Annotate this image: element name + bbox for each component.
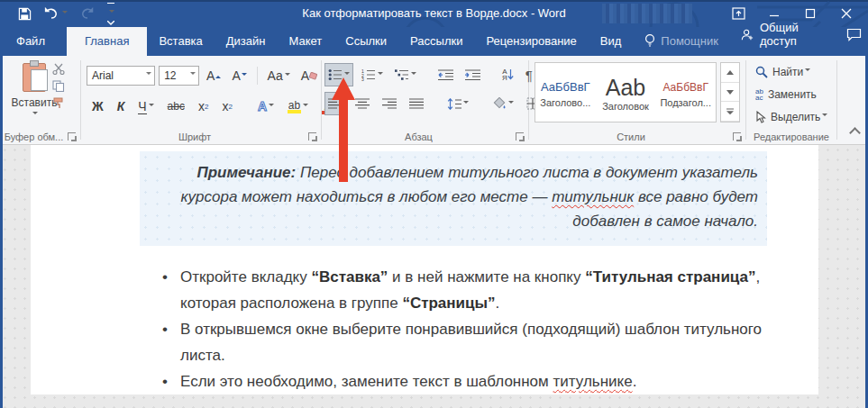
paste-clipboard-icon bbox=[23, 63, 46, 92]
tab-home[interactable]: Главная bbox=[67, 27, 147, 56]
tab-mailings[interactable]: Рассылки bbox=[398, 27, 474, 56]
decrease-indent-button[interactable] bbox=[434, 63, 457, 86]
bullet-marker: • bbox=[162, 316, 180, 368]
ribbon: Вставить bbox=[0, 56, 868, 145]
bulleted-list[interactable]: • Откройте вкладку “Вставка” и в ней наж… bbox=[162, 264, 808, 394]
cut-scissors-icon bbox=[52, 63, 65, 75]
style-name: Подзагол... bbox=[660, 97, 711, 108]
line-spacing-icon bbox=[447, 98, 461, 110]
copy-icon bbox=[52, 80, 65, 92]
ribbon-tab-bar: Файл Главная Вставка Дизайн Макет Ссылки… bbox=[0, 27, 868, 56]
multilevel-list-button[interactable] bbox=[391, 63, 420, 86]
find-button[interactable]: Найти bbox=[755, 60, 836, 83]
more-styles-icon bbox=[726, 108, 734, 115]
sort-button[interactable]: А Я bbox=[498, 63, 517, 86]
change-case-button[interactable]: Aa bbox=[264, 64, 294, 87]
comments-button[interactable] bbox=[839, 23, 868, 47]
undo-button[interactable] bbox=[44, 4, 68, 23]
multilevel-list-icon bbox=[395, 68, 409, 81]
tab-view[interactable]: Вид bbox=[589, 27, 634, 56]
styles-dialog-launcher[interactable] bbox=[733, 132, 741, 141]
tab-file[interactable]: Файл bbox=[0, 27, 61, 56]
annotation-arrow-to-bullets bbox=[329, 76, 360, 184]
styles-scroll-up[interactable] bbox=[721, 63, 739, 83]
clear-formatting-button[interactable]: А bbox=[297, 64, 321, 87]
increase-indent-icon bbox=[465, 69, 480, 81]
clipboard-dialog-launcher[interactable] bbox=[68, 132, 76, 141]
style-preview: АаБбВвГ bbox=[541, 81, 590, 94]
replace-label: Заменить bbox=[768, 88, 817, 101]
copy-button[interactable] bbox=[52, 80, 65, 92]
highlight-color-button[interactable]: ab bbox=[284, 95, 312, 118]
note-block[interactable]: Примечание: Перед добавлением титульного… bbox=[140, 151, 767, 246]
replace-button[interactable]: ab ac Заменить bbox=[755, 83, 836, 105]
redacted-account-name bbox=[602, 4, 692, 23]
numbered-list-icon: 123 bbox=[361, 68, 376, 81]
text-effects-button[interactable]: А bbox=[254, 95, 278, 118]
search-icon bbox=[755, 66, 768, 78]
justify-button[interactable] bbox=[406, 92, 427, 115]
format-painter-button[interactable] bbox=[52, 97, 65, 109]
document-page[interactable]: Примечание: Перед добавлением титульного… bbox=[31, 145, 818, 394]
grow-font-button[interactable]: A bbox=[203, 64, 224, 87]
group-editing: Найти ab ac Заменить Выделить Редактиров… bbox=[746, 56, 836, 144]
select-button[interactable]: Выделить bbox=[755, 105, 836, 128]
shading-bucket-icon bbox=[492, 97, 507, 110]
tell-me-assistant[interactable]: Помощник bbox=[633, 26, 730, 56]
collapse-ribbon-button[interactable] bbox=[849, 127, 861, 139]
redo-icon bbox=[80, 7, 95, 20]
chevron-down-icon bbox=[107, 21, 114, 25]
line-spacing-button[interactable] bbox=[443, 92, 472, 115]
font-size-combo[interactable]: 12 bbox=[159, 66, 199, 86]
underline-button[interactable]: Ч bbox=[134, 95, 157, 118]
font-dialog-launcher[interactable] bbox=[308, 132, 316, 141]
superscript-button[interactable]: x bbox=[218, 95, 235, 118]
share-button[interactable]: Общий доступ bbox=[730, 14, 839, 56]
share-person-icon bbox=[741, 28, 754, 41]
select-cursor-icon bbox=[755, 111, 766, 123]
cut-button[interactable] bbox=[52, 63, 65, 75]
style-subtitle[interactable]: АаБбВвГ Подзагол... bbox=[655, 63, 716, 122]
customize-qat-button[interactable] bbox=[107, 4, 114, 23]
group-font: Arial 12 A A Aa А Ж К Ч abc x x А bbox=[81, 56, 321, 144]
note-lead: Примечание: bbox=[196, 164, 296, 181]
tab-references[interactable]: Ссылки bbox=[333, 27, 398, 56]
tab-review[interactable]: Рецензирование bbox=[474, 27, 588, 56]
paste-label: Вставить bbox=[12, 96, 58, 109]
style-title[interactable]: Aab Заголовок bbox=[596, 63, 656, 122]
assistant-label: Помощник bbox=[661, 34, 718, 48]
eraser-icon bbox=[309, 71, 317, 80]
font-size-value: 12 bbox=[164, 69, 176, 82]
tab-layout[interactable]: Макет bbox=[277, 27, 333, 56]
shading-button[interactable] bbox=[489, 92, 517, 115]
subscript-button[interactable]: x bbox=[195, 95, 212, 118]
align-right-button[interactable] bbox=[379, 92, 400, 115]
quick-access-toolbar bbox=[18, 4, 114, 23]
font-family-value: Arial bbox=[92, 69, 114, 82]
share-label: Общий доступ bbox=[760, 21, 828, 48]
shrink-font-button[interactable]: A bbox=[228, 64, 250, 87]
numbering-button[interactable]: 123 bbox=[358, 63, 387, 86]
styles-gallery-more[interactable] bbox=[721, 102, 739, 122]
clipboard-small-buttons bbox=[52, 63, 65, 109]
paragraph-dialog-launcher[interactable] bbox=[516, 132, 524, 141]
group-styles: АаБбВвГ Заголово... Aab Заголовок АаБбВв… bbox=[529, 56, 745, 144]
editing-group-label: Редактирование bbox=[746, 131, 836, 142]
style-heading1[interactable]: АаБбВвГ Заголово... bbox=[535, 63, 596, 122]
increase-indent-button[interactable] bbox=[461, 63, 484, 86]
font-family-combo[interactable]: Arial bbox=[87, 66, 155, 86]
styles-scroll-down[interactable] bbox=[721, 83, 739, 103]
tab-design[interactable]: Дизайн bbox=[215, 27, 278, 56]
list-item: • Откройте вкладку “Вставка” и в ней наж… bbox=[162, 264, 808, 316]
styles-group-label: Стили bbox=[529, 131, 733, 142]
redo-button[interactable] bbox=[80, 4, 95, 23]
save-button[interactable] bbox=[18, 4, 32, 23]
strikethrough-button[interactable]: abc bbox=[164, 95, 188, 118]
document-area: Примечание: Перед добавлением титульного… bbox=[0, 145, 868, 408]
style-name: Заголово... bbox=[540, 97, 590, 108]
bold-button[interactable]: Ж bbox=[88, 95, 107, 118]
italic-button[interactable]: К bbox=[114, 95, 129, 118]
find-label: Найти bbox=[772, 66, 810, 78]
tab-insert[interactable]: Вставка bbox=[147, 27, 214, 56]
paste-dropdown[interactable] bbox=[31, 109, 38, 122]
